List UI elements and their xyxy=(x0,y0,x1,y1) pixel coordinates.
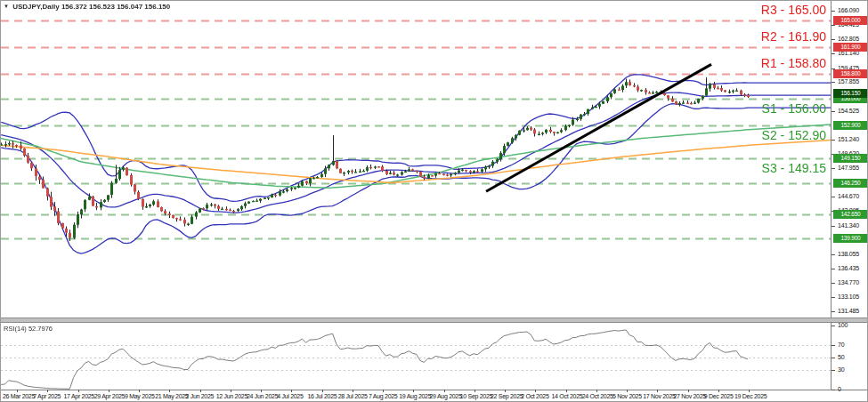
date-tick-mark xyxy=(688,390,689,392)
sr-label-r1: R1 - 158.80 xyxy=(761,56,826,71)
date-tick-label: 24 Jun 2025 xyxy=(247,393,278,399)
price-tick-label: 157.855 xyxy=(838,78,859,84)
date-tick-mark xyxy=(475,390,475,392)
date-tick-label: 7 Aug 2025 xyxy=(369,393,397,399)
sr-label-s3: S3 - 149.15 xyxy=(762,161,826,176)
date-tick-mark xyxy=(139,390,140,392)
date-tick-label: 2 Jun 2025 xyxy=(186,393,215,399)
date-tick-label: 2 Oct 2025 xyxy=(521,393,548,399)
date-tick-mark xyxy=(169,390,170,392)
date-tick-mark xyxy=(231,390,231,392)
sr-price-tag: 161.900 xyxy=(833,43,868,52)
date-tick-mark xyxy=(17,390,18,392)
rsi-tick-label: 50 xyxy=(838,354,844,360)
date-tick-label: 29 Apr 2025 xyxy=(94,393,125,399)
main-chart-canvas[interactable] xyxy=(1,1,831,318)
price-tick-mark xyxy=(831,111,835,112)
date-tick-label: 19 Aug 2025 xyxy=(399,393,431,399)
current-price-tag: 156.150 xyxy=(833,89,868,98)
price-tick-mark xyxy=(831,168,835,169)
date-tick-label: 7 Apr 2025 xyxy=(33,393,61,399)
price-tick-mark xyxy=(831,283,835,284)
date-tick-label: 24 Oct 2025 xyxy=(582,393,613,399)
price-axis[interactable]: 166.090164.425162.805161.140159.475157.8… xyxy=(831,1,868,390)
sr-label-s2: S2 - 152.90 xyxy=(762,128,826,143)
price-tick-label: 151.240 xyxy=(838,136,859,142)
date-tick-label: 17 Apr 2025 xyxy=(64,393,94,399)
chart-window: ▼ USDJPY,Daily 156.372 156.523 156.047 1… xyxy=(0,0,868,402)
price-tick-mark xyxy=(831,197,835,197)
sr-price-tag: 142.650 xyxy=(833,210,868,219)
price-tick-label: 138.055 xyxy=(838,251,859,257)
rsi-tick-label: 100 xyxy=(838,322,848,328)
dropdown-arrow-icon[interactable]: ▼ xyxy=(4,4,9,9)
symbol-label: USDJPY,Daily xyxy=(12,3,59,11)
rsi-tick-mark xyxy=(831,370,835,371)
date-tick-label: 10 Sep 2025 xyxy=(460,393,492,399)
rsi-tick-mark xyxy=(831,358,835,358)
date-tick-mark xyxy=(566,390,567,392)
date-tick-label: 29 Aug 2025 xyxy=(430,393,462,399)
price-tick-mark xyxy=(831,140,835,141)
date-tick-mark xyxy=(627,390,628,392)
price-tick-label: 147.955 xyxy=(838,165,859,171)
date-tick-mark xyxy=(505,390,506,392)
price-tick-label: 162.805 xyxy=(838,36,859,42)
sr-price-tag: 165.000 xyxy=(833,16,868,25)
date-tick-label: 9 Dec 2025 xyxy=(704,393,734,399)
date-tick-mark xyxy=(535,390,536,392)
sr-label-r2: R2 - 161.90 xyxy=(761,29,826,44)
price-tick-mark xyxy=(831,25,835,26)
rsi-tick-label: 0 xyxy=(838,386,841,392)
panel-separator[interactable] xyxy=(1,318,868,323)
date-axis[interactable]: 26 Mar 20257 Apr 202517 Apr 202529 Apr 2… xyxy=(1,390,868,402)
price-tick-mark xyxy=(831,311,835,312)
rsi-indicator-canvas[interactable] xyxy=(1,323,831,390)
date-tick-label: 9 May 2025 xyxy=(125,393,155,399)
date-tick-mark xyxy=(657,390,658,392)
rsi-tick-mark xyxy=(831,390,835,390)
price-tick-label: 154.525 xyxy=(838,108,859,114)
date-tick-label: 4 Jul 2025 xyxy=(277,393,303,399)
price-tick-mark xyxy=(831,254,835,255)
date-tick-label: 14 Oct 2025 xyxy=(552,393,583,399)
sr-label-r3: R3 - 165.00 xyxy=(761,3,826,18)
date-tick-mark xyxy=(109,390,110,392)
rsi-tick-label: 30 xyxy=(838,366,844,373)
date-tick-label: 26 Mar 2025 xyxy=(3,393,35,399)
date-tick-label: 28 Jul 2025 xyxy=(338,393,368,399)
price-tick-mark xyxy=(831,297,835,298)
date-tick-label: 22 Sep 2025 xyxy=(491,393,523,399)
date-tick-label: 5 Nov 2025 xyxy=(612,393,642,399)
price-tick-mark xyxy=(831,82,835,83)
date-tick-label: 12 Jun 2025 xyxy=(216,393,247,399)
sr-price-tag: 146.250 xyxy=(833,179,868,188)
date-tick-mark xyxy=(413,390,414,392)
date-tick-mark xyxy=(596,390,597,392)
date-tick-mark xyxy=(322,390,323,392)
date-tick-mark xyxy=(383,390,384,392)
date-tick-mark xyxy=(47,390,48,392)
date-tick-label: 27 Nov 2025 xyxy=(674,393,706,399)
rsi-tick-label: 70 xyxy=(838,342,844,348)
ohlc-values: 156.372 156.523 156.047 156.150 xyxy=(61,3,170,11)
price-tick-label: 133.105 xyxy=(838,293,859,300)
date-tick-mark xyxy=(718,390,719,392)
date-tick-mark xyxy=(291,390,292,392)
sr-price-tag: 158.800 xyxy=(833,69,868,78)
sr-price-tag: 152.900 xyxy=(833,121,868,130)
price-tick-mark xyxy=(831,226,835,227)
date-tick-label: 16 Jul 2025 xyxy=(308,393,337,399)
date-tick-mark xyxy=(749,390,750,392)
price-tick-mark xyxy=(831,11,835,12)
sr-price-tag: 139.900 xyxy=(833,234,868,243)
date-tick-mark xyxy=(200,390,201,392)
date-tick-mark xyxy=(261,390,262,392)
price-tick-label: 131.485 xyxy=(838,308,859,314)
date-tick-label: 19 Dec 2025 xyxy=(734,393,767,399)
price-tick-label: 134.770 xyxy=(838,279,859,285)
price-tick-label: 141.340 xyxy=(838,222,859,229)
price-tick-label: 166.090 xyxy=(838,7,859,13)
symbol-title: ▼ USDJPY,Daily 156.372 156.523 156.047 1… xyxy=(4,3,170,11)
sr-price-tag: 149.150 xyxy=(833,154,868,163)
